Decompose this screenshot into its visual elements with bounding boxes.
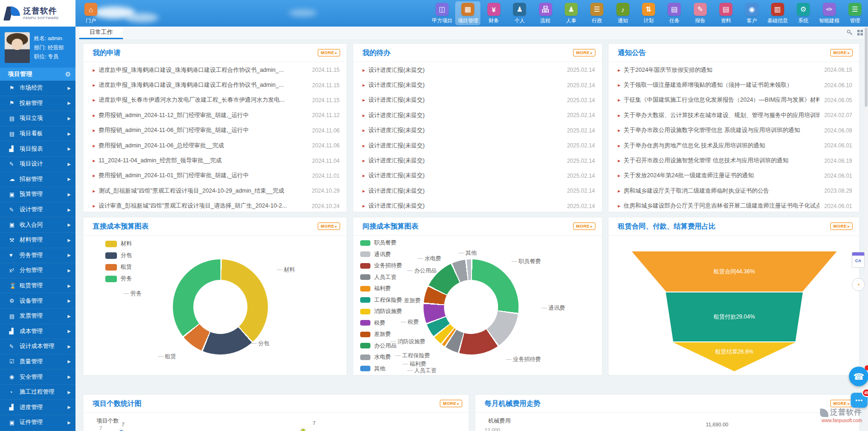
module-财务[interactable]: ¥财务 — [481, 1, 506, 25]
list-item[interactable]: ▸费用报销_admin_2024-11-06_总经理审批__完成2024.11.… — [93, 138, 340, 153]
sidebar-item-设备管理[interactable]: ⚙设备管理▶ — [0, 293, 75, 309]
sidebar-item-租赁管理[interactable]: ⌛租赁管理▶ — [0, 278, 75, 294]
legend-item-税费[interactable]: 税费 — [360, 319, 402, 327]
data-point[interactable] — [300, 428, 306, 431]
sidebar-item-进度管理[interactable]: ▟进度管理▶ — [0, 400, 75, 415]
data-point[interactable] — [118, 429, 124, 431]
sidebar-item-质量管理[interactable]: ☑质量管理▶ — [0, 355, 75, 370]
sidebar-item-劳务管理[interactable]: ♥劳务管理▶ — [0, 248, 75, 264]
module-甲方项目[interactable]: ◫甲方项目 — [430, 1, 455, 25]
more-button[interactable]: MORE — [830, 400, 853, 407]
key-icon[interactable] — [847, 29, 853, 36]
legend-item-消防设施费[interactable]: 消防设施费 — [360, 307, 402, 315]
tab-daily-work[interactable]: 日常工作 — [79, 27, 123, 39]
sidebar-item-项目立项[interactable]: ▤项目立项▶ — [0, 111, 75, 126]
module-流程[interactable]: 品流程 — [533, 1, 558, 25]
list-item[interactable]: ▸设计进度汇报(未提交)2025.02.14 — [362, 153, 595, 168]
legend-item-分包[interactable]: 分包 — [105, 251, 132, 259]
funnel-segment-lease-payment[interactable]: 租赁付款29.04% — [666, 292, 803, 341]
list-item[interactable]: ▸设计进度汇报(未提交)2025.02.14 — [362, 108, 595, 123]
portal-button[interactable]: ⌂ 门户 — [78, 1, 103, 25]
avatar[interactable] — [5, 32, 30, 63]
legend-item-业务招待费[interactable]: 业务招待费 — [360, 262, 402, 270]
module-智能建模[interactable]: </>智能建模 — [817, 1, 842, 25]
list-item[interactable]: ▸设计进度汇报(未提交)2025.02.14 — [362, 183, 595, 198]
legend-item-工程保险费[interactable]: 工程保险费 — [360, 296, 402, 304]
legend-item-劳务[interactable]: 劳务 — [105, 275, 132, 283]
list-item[interactable]: ▸住房和城乡建设部办公厅关于同意吉林省开展二级建造师注册证书电子化试点...20… — [618, 199, 852, 214]
list-item[interactable]: ▸费用报销_admin_2024-11-12_部门经理审批_胡建,_运行中202… — [93, 108, 340, 123]
list-item[interactable]: ▸关于召开市政公用设施智慧化管理 信息技术与应用培训班的通知2024.06.19 — [618, 153, 852, 168]
list-item[interactable]: ▸关于举办住房与房地产信息化 技术及应用培训班的通知2024.06.01 — [618, 138, 852, 153]
more-button[interactable]: MORE — [830, 49, 853, 56]
funnel-segment-lease-contract[interactable]: 租赁合同44.36% — [632, 251, 837, 292]
list-item[interactable]: ▸设计进度汇报(未提交)2025.02.14 — [362, 168, 595, 183]
sidebar-item-分包管理[interactable]: x²分包管理▶ — [0, 263, 75, 278]
more-button[interactable]: MORE — [318, 49, 340, 56]
module-计划[interactable]: ⇅计划 — [636, 1, 661, 25]
list-item[interactable]: ▸费用报销_admin_2024-11-06_部门经理审批_胡建,_运行中202… — [93, 123, 340, 138]
sidebar-item-证件管理[interactable]: ▣证件管理▶ — [0, 415, 75, 431]
list-item[interactable]: ▸房和城乡建设厅关于取消二级建造师临时执业证书的公告2023.08.29 — [618, 183, 852, 198]
list-item[interactable]: ▸测试_彭祖新城"四馆"景观工程设计项目_2024-10-29_admin_结束… — [93, 183, 340, 198]
list-item[interactable]: ▸进度款申报_长春市伊通河水力发电厂改建工程_长春市伊通河水力发电...2024… — [93, 93, 340, 108]
list-item[interactable]: ▸关于领取一级注册建造师增项贴的通知（须持一建证书前来领取）2024.06.10 — [618, 77, 852, 92]
more-button[interactable]: MORE — [318, 222, 340, 230]
list-item[interactable]: ▸设计进度汇报(未提交)2025.02.14 — [362, 199, 595, 214]
module-报告[interactable]: ✎报告 — [688, 1, 713, 25]
legend-item-差旅费[interactable]: 差旅费 — [360, 330, 402, 338]
sidebar-item-预算管理[interactable]: ▣预算管理▶ — [0, 187, 75, 202]
sidebar-item-设计管理[interactable]: ✎设计管理▶ — [0, 202, 75, 218]
list-item[interactable]: ▸关于举办大数据、云计算技术在城市建设、规划、管理与服务中的应用培训班...20… — [618, 108, 852, 123]
more-button[interactable]: MORE — [573, 49, 595, 56]
more-button[interactable]: MORE — [573, 222, 595, 230]
list-item[interactable]: ▸于征集《中国建筑施工行业信息化发展报告（2024）—BIM应用与发展》材料..… — [618, 93, 852, 108]
list-item[interactable]: ▸设计进度汇报(未提交)2025.02.14 — [362, 123, 595, 138]
service-widget[interactable]: ◔ — [852, 278, 865, 291]
list-item[interactable]: ▸关于举办市政公用设施数字化管理信息 系统建设与应用培训班的通知2024.06.… — [618, 123, 852, 138]
more-button[interactable]: MORE — [830, 222, 853, 230]
sidebar-item-发票管理[interactable]: ▤发票管理▶ — [0, 309, 75, 324]
sidebar-item-设计成本管理[interactable]: ✎设计成本管理▶ — [0, 339, 75, 355]
scrollbar-thumb[interactable] — [865, 28, 868, 107]
list-item[interactable]: ▸关于发放2024年第24批一级建造师注册证书的通知2024.06.01 — [618, 168, 852, 183]
module-系统[interactable]: ⚙系统 — [791, 1, 816, 25]
more-button[interactable]: MORE — [440, 400, 462, 407]
legend-item-通讯费[interactable]: 通讯费 — [360, 250, 402, 258]
sidebar-header[interactable]: 项目管理 ⚙ — [0, 68, 75, 81]
sidebar-item-施工过程管理[interactable]: ◔施工过程管理▶ — [0, 385, 75, 400]
module-项目管理[interactable]: ▦项目管理 — [455, 1, 480, 25]
legend-item-租赁[interactable]: 租赁 — [105, 263, 132, 271]
gear-icon[interactable]: ⚙ — [65, 70, 71, 78]
sidebar-item-收入合同[interactable]: ▣收入合同▶ — [0, 217, 75, 233]
module-客户[interactable]: ◉客户 — [739, 1, 765, 25]
sidebar-item-招标管理[interactable]: ☁招标管理▶ — [0, 172, 75, 188]
list-item[interactable]: ▸设计审查_彭祖新城"四馆"景观工程设计项目_请选择_胡广生_2024-10-2… — [93, 199, 340, 214]
module-管理[interactable]: ☰管理 — [842, 1, 868, 25]
legend-item-材料[interactable]: 材料 — [105, 240, 132, 248]
legend-item-福利费[interactable]: 福利费 — [360, 285, 402, 292]
sidebar-item-项目看板[interactable]: ▤项目看板▶ — [0, 126, 75, 142]
sidebar-item-项目报表[interactable]: ▟项目报表▶ — [0, 141, 75, 157]
module-个人[interactable]: ♟个人 — [507, 1, 532, 25]
module-人事[interactable]: ♟人事 — [559, 1, 584, 25]
legend-item-其他[interactable]: 其他 — [360, 365, 402, 373]
funnel-segment-lease-settlement[interactable]: 租赁结算26.6% — [673, 342, 795, 371]
sidebar-item-投标管理[interactable]: ⚑投标管理▶ — [0, 96, 75, 111]
sidebar-item-安全管理[interactable]: ◉安全管理▶ — [0, 369, 75, 385]
list-item[interactable]: ▸设计进度汇报(未提交)2025.02.14 — [362, 77, 595, 92]
list-item[interactable]: ▸设计进度汇报(未提交)2025.02.14 — [362, 138, 595, 153]
list-item[interactable]: ▸进度款申报_珠海鹤港口建设_珠海鹤港口建设工程合作协议书_admin_...2… — [93, 77, 340, 92]
sidebar-item-成本管理[interactable]: ▟成本管理▶ — [0, 324, 75, 340]
list-item[interactable]: ▸关于2024年国庆节放假安排的通知2024.06.15 — [618, 63, 852, 77]
module-基础信息[interactable]: ▥基础信息 — [765, 1, 790, 25]
list-item[interactable]: ▸11_2024-11-04_admin_经营部_领导审批__完成2024.11… — [93, 153, 340, 168]
module-行政[interactable]: ☰行政 — [584, 1, 609, 25]
sidebar-item-市场经营[interactable]: ⚑市场经营▶ — [0, 81, 75, 96]
module-通知[interactable]: ♪通知 — [610, 1, 636, 25]
sidebar-item-项目设计[interactable]: ✎项目设计▶ — [0, 157, 75, 172]
apps-icon[interactable] — [857, 29, 863, 36]
list-item[interactable]: ▸进度款申报_珠海鹤港口建设_珠海鹤港口建设工程合作协议书_admin_...2… — [93, 63, 340, 77]
module-任务[interactable]: ▤任务 — [662, 1, 687, 25]
module-资料[interactable]: ▤资料 — [713, 1, 738, 25]
